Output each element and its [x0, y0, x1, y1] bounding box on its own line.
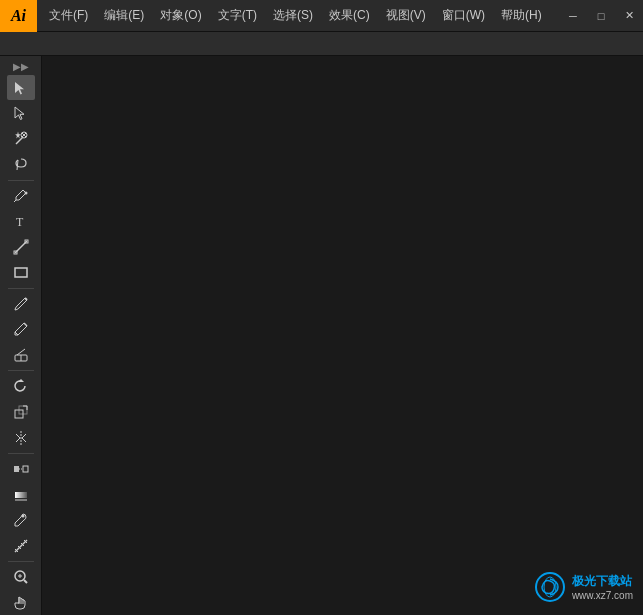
reflect-tool-button[interactable]: [7, 425, 35, 450]
svg-rect-12: [15, 268, 27, 277]
watermark-logo-icon: [534, 571, 566, 603]
magic-wand-tool-button[interactable]: [7, 126, 35, 151]
menu-select[interactable]: 选择(S): [265, 0, 321, 31]
menu-type[interactable]: 文字(T): [210, 0, 265, 31]
menu-bar: 文件(F) 编辑(E) 对象(O) 文字(T) 选择(S) 效果(C) 视图(V…: [37, 0, 559, 31]
maximize-button[interactable]: □: [587, 0, 615, 32]
separator-2: [8, 288, 34, 289]
svg-line-7: [14, 200, 16, 202]
menu-file[interactable]: 文件(F): [41, 0, 96, 31]
watermark-url: www.xz7.com: [572, 590, 633, 601]
svg-point-6: [24, 191, 27, 194]
close-button[interactable]: ✕: [615, 0, 643, 32]
toolbar-collapse[interactable]: ▶▶: [0, 60, 41, 72]
menu-object[interactable]: 对象(O): [152, 0, 209, 31]
menu-help[interactable]: 帮助(H): [493, 0, 550, 31]
separator-5: [8, 561, 34, 562]
line-tool-button[interactable]: [7, 235, 35, 260]
canvas-area[interactable]: 极光下载站 www.xz7.com: [42, 56, 643, 615]
svg-rect-26: [15, 492, 27, 498]
zoom-tool-button[interactable]: [7, 565, 35, 590]
rotate-tool-button[interactable]: [7, 374, 35, 399]
window-controls: ─ □ ✕: [559, 0, 643, 31]
svg-rect-23: [14, 466, 19, 472]
transform-tool-button[interactable]: [7, 400, 35, 425]
svg-line-13: [25, 298, 27, 300]
title-bar: Ai 文件(F) 编辑(E) 对象(O) 文字(T) 选择(S) 效果(C) 视…: [0, 0, 643, 32]
watermark-site: 极光下载站: [572, 573, 632, 590]
gradient-tool-button[interactable]: [7, 482, 35, 507]
main-area: ▶▶: [0, 56, 643, 615]
menu-view[interactable]: 视图(V): [378, 0, 434, 31]
svg-rect-24: [23, 466, 28, 472]
rect-tool-button[interactable]: [7, 260, 35, 285]
collapse-icon: ▶▶: [13, 61, 29, 72]
menu-window[interactable]: 窗口(W): [434, 0, 493, 31]
pen-tool-button[interactable]: [7, 183, 35, 208]
watermark: 极光下载站 www.xz7.com: [534, 571, 633, 603]
separator-4: [8, 453, 34, 454]
blend-tool-button[interactable]: [7, 457, 35, 482]
svg-marker-1: [15, 131, 21, 138]
tab-bar: [0, 32, 643, 56]
hand-tool-button[interactable]: [7, 590, 35, 615]
separator-1: [8, 180, 34, 181]
toolbar: ▶▶: [0, 56, 42, 615]
svg-point-28: [21, 515, 24, 518]
ai-logo: Ai: [0, 0, 37, 32]
svg-line-35: [24, 580, 27, 583]
lasso-tool-button[interactable]: [7, 152, 35, 177]
menu-effect[interactable]: 效果(C): [321, 0, 378, 31]
eraser-tool-button[interactable]: [7, 343, 35, 368]
pencil-tool-button[interactable]: [7, 317, 35, 342]
svg-line-5: [17, 160, 18, 170]
direct-selection-tool-button[interactable]: [7, 101, 35, 126]
watermark-text: 极光下载站 www.xz7.com: [572, 573, 633, 601]
svg-text:T: T: [16, 215, 24, 229]
menu-edit[interactable]: 编辑(E): [96, 0, 152, 31]
measure-tool-button[interactable]: [7, 533, 35, 558]
svg-line-14: [24, 323, 27, 326]
eyedropper-tool-button[interactable]: [7, 508, 35, 533]
selection-tool-button[interactable]: [7, 75, 35, 100]
type-tool-button[interactable]: T: [7, 209, 35, 234]
minimize-button[interactable]: ─: [559, 0, 587, 32]
paintbrush-tool-button[interactable]: [7, 292, 35, 317]
separator-3: [8, 370, 34, 371]
